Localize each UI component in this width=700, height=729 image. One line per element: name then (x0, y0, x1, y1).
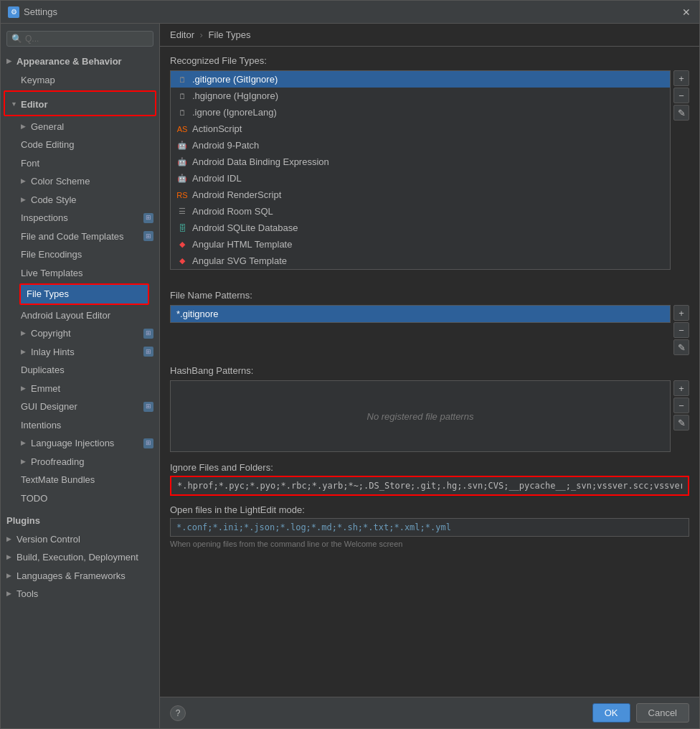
close-button[interactable]: ✕ (681, 6, 692, 18)
badge-icon: ⊞ (143, 438, 153, 448)
sidebar-item-label: File Types (27, 287, 69, 301)
sidebar-item-label: Inlay Hints (31, 345, 75, 359)
sidebar-item-inlay-hints[interactable]: ▶ Inlay Hints ⊞ (1, 343, 159, 362)
sidebar-item-android-layout[interactable]: Android Layout Editor (1, 306, 159, 325)
ignore-input[interactable] (170, 476, 689, 496)
patterns-label: File Name Patterns: (170, 290, 689, 301)
sidebar-item-version-control[interactable]: ▶ Version Control (1, 530, 159, 549)
edit-pattern-button[interactable]: ✎ (673, 339, 689, 355)
chevron-right-icon: ▶ (21, 384, 29, 394)
list-item[interactable]: 🗒 .ignore (IgnoreLang) (171, 104, 670, 121)
add-pattern-button[interactable]: + (673, 305, 689, 321)
file-icon: AS (176, 124, 188, 134)
sidebar-item-font[interactable]: Font (1, 154, 159, 173)
sidebar-item-emmet[interactable]: ▶ Emmet (1, 380, 159, 398)
list-item[interactable]: 🤖 Android IDL (171, 170, 670, 187)
list-item[interactable]: 🗄 Android SQLite Database (171, 220, 670, 236)
add-file-type-button[interactable]: + (673, 70, 689, 86)
sidebar-item-color-scheme[interactable]: ▶ Color Scheme (1, 172, 159, 191)
lightedit-input[interactable] (170, 518, 689, 537)
sidebar-item-code-style[interactable]: ▶ Code Style (1, 191, 159, 210)
sidebar-item-language-injections[interactable]: ▶ Language Injections ⊞ (1, 434, 159, 453)
list-item[interactable]: 🤖 Android Data Binding Expression (171, 154, 670, 170)
cancel-button[interactable]: Cancel (636, 703, 689, 723)
edit-file-type-button[interactable]: ✎ (673, 105, 689, 121)
sidebar-item-proofreading[interactable]: ▶ Proofreading (1, 453, 159, 471)
main-panel: Editor › File Types Recognized File Type… (160, 24, 699, 728)
sidebar-item-duplicates[interactable]: Duplicates (1, 361, 159, 380)
sidebar-item-inspections[interactable]: Inspections ⊞ (1, 209, 159, 227)
list-item[interactable]: 🗒 .gitignore (GitIgnore) (171, 71, 670, 88)
sidebar-item-code-editing[interactable]: Code Editing (1, 136, 159, 154)
sidebar-item-label: Keymap (21, 73, 55, 88)
file-types-list-box: 🗒 .gitignore (GitIgnore) 🗒 .hgignore (Hg… (170, 70, 671, 270)
badge-icon: ⊞ (143, 213, 153, 223)
lightedit-label: Open files in the LightEdit mode: (170, 504, 689, 515)
remove-hashbang-button[interactable]: − (673, 398, 689, 413)
hashbang-buttons: + − ✎ (673, 380, 689, 431)
title-bar: ⚙ Settings ✕ (1, 1, 699, 24)
sidebar-item-label: Font (21, 156, 39, 171)
sidebar-item-label: Code Editing (21, 138, 74, 152)
ok-button[interactable]: OK (592, 703, 630, 723)
sidebar-item-label: Language Injections (31, 436, 114, 451)
list-item[interactable]: ◆ Angular SVG Template (171, 253, 670, 269)
sidebar-item-intentions[interactable]: Intentions (1, 416, 159, 435)
sidebar-item-file-code-templates[interactable]: File and Code Templates ⊞ (1, 227, 159, 246)
sidebar-item-copyright[interactable]: ▶ Copyright ⊞ (1, 324, 159, 343)
sidebar-item-gui-designer[interactable]: GUI Designer ⊞ (1, 398, 159, 416)
remove-file-type-button[interactable]: − (673, 88, 689, 103)
edit-hashbang-button[interactable]: ✎ (673, 415, 689, 431)
file-icon: 🤖 (176, 174, 188, 184)
sidebar-item-build-exec[interactable]: ▶ Build, Execution, Deployment (1, 548, 159, 567)
help-button[interactable]: ? (170, 705, 186, 721)
sidebar-item-tools[interactable]: ▶ Tools (1, 585, 159, 603)
lightedit-section: Open files in the LightEdit mode: When o… (170, 504, 689, 548)
patterns-list-box: *.gitignore (170, 305, 671, 323)
file-icon: 🗒 (176, 75, 188, 85)
chevron-right-icon: ▶ (21, 177, 29, 187)
sidebar-item-label: General (31, 120, 64, 134)
sidebar-item-label: Copyright (31, 326, 71, 341)
sidebar-item-file-encodings[interactable]: File Encodings (1, 245, 159, 264)
sidebar-item-live-templates[interactable]: Live Templates (1, 264, 159, 283)
sidebar-item-languages[interactable]: ▶ Languages & Frameworks (1, 567, 159, 585)
breadcrumb: Editor › File Types (160, 24, 699, 47)
list-item[interactable]: 🗒 .hgignore (HgIgnore) (171, 88, 670, 104)
sidebar-item-label: Emmet (31, 382, 60, 396)
sidebar-item-file-types[interactable]: File Types (21, 285, 148, 304)
badge-icon: ⊞ (143, 402, 153, 412)
hashbang-label: HashBang Patterns: (170, 365, 689, 376)
patterns-list: *.gitignore (170, 305, 671, 333)
list-item[interactable]: 🤖 Android 9-Patch (171, 137, 670, 154)
sidebar-item-textmate-bundles[interactable]: TextMate Bundles (1, 471, 159, 489)
sidebar-item-general[interactable]: ▶ General (1, 118, 159, 136)
sidebar-item-label: Editor (21, 98, 48, 112)
sidebar-item-plugins[interactable]: Plugins (1, 512, 159, 530)
sidebar-item-label: Proofreading (31, 455, 84, 469)
list-item[interactable]: ◆ Angular HTML Template (171, 236, 670, 253)
add-hashbang-button[interactable]: + (673, 380, 689, 396)
search-box[interactable]: 🔍 Q... (6, 31, 153, 47)
pattern-item[interactable]: *.gitignore (171, 306, 670, 322)
sidebar: 🔍 Q... ▶ Appearance & Behavior Keymap ▼ … (1, 24, 160, 728)
sidebar-item-label: Color Scheme (31, 174, 90, 189)
sidebar-item-label: TextMate Bundles (21, 473, 95, 487)
chevron-right-icon: ▶ (21, 457, 29, 467)
chevron-right-icon: ▶ (6, 535, 15, 545)
lightedit-hint: When opening files from the command line… (170, 540, 689, 548)
sidebar-item-label: Languages & Frameworks (16, 569, 126, 583)
list-item[interactable]: AS ActionScript (171, 121, 670, 137)
sidebar-item-todo[interactable]: TODO (1, 489, 159, 508)
app-icon: ⚙ (8, 6, 19, 18)
remove-pattern-button[interactable]: − (673, 322, 689, 338)
sidebar-item-keymap[interactable]: Keymap (1, 71, 159, 90)
list-item[interactable]: RS Android RenderScript (171, 187, 670, 203)
list-item[interactable]: ☰ Android Room SQL (171, 203, 670, 220)
badge-icon: ⊞ (143, 329, 153, 339)
file-icon: 🤖 (176, 141, 188, 151)
sidebar-item-label: Intentions (21, 418, 61, 433)
sidebar-item-appearance[interactable]: ▶ Appearance & Behavior (1, 52, 159, 71)
sidebar-item-editor[interactable]: ▼ Editor (5, 95, 155, 114)
breadcrumb-current: File Types (209, 29, 251, 40)
